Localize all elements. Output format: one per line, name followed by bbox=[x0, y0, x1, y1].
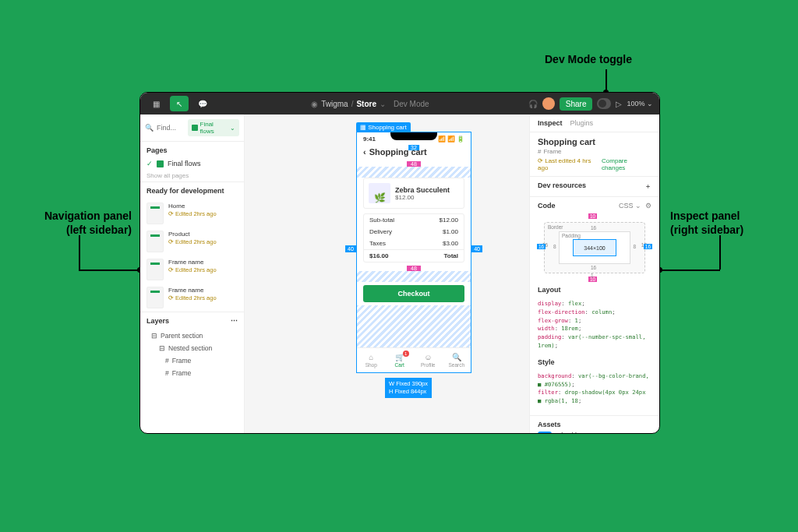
topbar: ▦ ↖ 💬 ◉ Twigma / Store ⌄ Dev Mode 🎧 Shar… bbox=[140, 93, 659, 115]
annotation-dev-mode: Dev Mode toggle bbox=[545, 53, 632, 67]
spacing-overlay bbox=[357, 167, 471, 178]
totals: Sub-total$12.00Delivery$1.00Taxes$3.00$1… bbox=[363, 213, 464, 262]
asset-item[interactable]: Checkbox ◇ Component instance bbox=[538, 428, 651, 433]
leader-line bbox=[606, 69, 607, 90]
more-icon[interactable]: ⋯ bbox=[231, 317, 238, 325]
measurement: 48 bbox=[407, 161, 421, 167]
tab-search[interactable]: 🔍Search bbox=[443, 348, 471, 372]
back-icon[interactable]: ‹ bbox=[363, 147, 366, 157]
zoom-level[interactable]: 100% ⌄ bbox=[627, 100, 653, 107]
leader-line bbox=[79, 270, 138, 271]
measurement: 32 bbox=[408, 145, 419, 150]
measurement: 40 bbox=[345, 245, 356, 252]
phone-notch bbox=[390, 132, 437, 140]
selection-info: Shopping cart #Frame ⟳ Last edited 4 hrs… bbox=[530, 132, 659, 177]
measurement: 40 bbox=[471, 245, 482, 252]
annotation-nav-panel: Navigation panel(left sidebar) bbox=[29, 210, 132, 237]
search-icon: 🔍 bbox=[145, 124, 154, 132]
spacing-overlay bbox=[357, 305, 471, 352]
frame-icon: # bbox=[538, 148, 541, 155]
tab-inspect[interactable]: Inspect bbox=[538, 119, 563, 127]
cart-item: Zebra Succulent $12.00 bbox=[363, 178, 464, 209]
ready-item[interactable]: Frame nameEdited 2hrs ago bbox=[140, 255, 244, 284]
spacing-overlay bbox=[357, 271, 471, 282]
show-all-pages[interactable]: Show all pages bbox=[140, 170, 244, 181]
page-item[interactable]: ✓ Final flows bbox=[140, 157, 244, 170]
find-input[interactable] bbox=[157, 124, 185, 132]
tab-plugins[interactable]: Plugins bbox=[570, 119, 594, 127]
check-icon: ✓ bbox=[147, 160, 153, 167]
flow-pill[interactable]: Final flows⌄ bbox=[188, 119, 239, 136]
compare-link[interactable]: Compare changes bbox=[602, 157, 651, 171]
selected-frame[interactable]: 9:41📶 📶 🔋 32 ‹ Shopping cart 48 Zebra Su… bbox=[356, 132, 471, 373]
ready-item[interactable]: Frame nameEdited 2hrs ago bbox=[140, 284, 244, 312]
page-icon bbox=[157, 160, 164, 167]
ready-header: Ready for development bbox=[140, 181, 244, 199]
tab-cart[interactable]: 🛒Cart bbox=[386, 348, 415, 372]
leader-line bbox=[661, 270, 720, 271]
measurement: 48 bbox=[407, 266, 421, 271]
dimensions-label: W Fixed 390px H Fixed 844px bbox=[385, 378, 432, 398]
canvas[interactable]: ▦ Shopping cart 9:41📶 📶 🔋 32 ‹ Shopping … bbox=[245, 115, 529, 433]
add-icon[interactable]: ＋ bbox=[644, 181, 651, 192]
dev-mode-toggle[interactable] bbox=[597, 98, 611, 109]
find-bar: 🔍 Final flows⌄ bbox=[140, 115, 244, 142]
move-tool-icon[interactable]: ↖ bbox=[170, 96, 189, 111]
style-code[interactable]: background: var(--bg-color-brand, ■ #076… bbox=[538, 368, 651, 410]
layer-row[interactable]: #Frame bbox=[140, 367, 244, 379]
ready-item[interactable]: ProductEdited 2hrs ago bbox=[140, 227, 244, 255]
box-model: 10 10 Border 16 16 16 16 Padding 16 16 8… bbox=[541, 216, 648, 280]
layout-code[interactable]: display: flex;flex-direction: column;fle… bbox=[538, 295, 651, 355]
headphones-icon[interactable]: 🎧 bbox=[528, 100, 538, 108]
layer-row[interactable]: #Frame bbox=[140, 354, 244, 367]
navigation-panel: 🔍 Final flows⌄ Pages ✓ Final flows Show … bbox=[140, 115, 245, 433]
tab-profile[interactable]: ☺Profile bbox=[414, 348, 443, 372]
inspect-tabs: Inspect Plugins bbox=[530, 115, 659, 132]
inspect-panel: Inspect Plugins Shopping cart #Frame ⟳ L… bbox=[529, 115, 659, 433]
layer-row[interactable]: ⊟Parent section bbox=[140, 329, 244, 342]
component-icon bbox=[538, 432, 552, 433]
layer-row[interactable]: ⊟Nested section bbox=[140, 342, 244, 354]
annotation-inspect-panel: Inspect panel(right sidebar) bbox=[670, 210, 787, 237]
code-section: CodeCSS ⌄ ⚙ 10 10 Border 16 16 16 16 Pad… bbox=[530, 197, 659, 416]
assets-section: Assets Checkbox ◇ Component instance bbox=[530, 416, 659, 433]
leader-line bbox=[79, 235, 80, 270]
pages-header: Pages bbox=[140, 142, 244, 157]
ready-list: HomeEdited 2hrs agoProductEdited 2hrs ag… bbox=[140, 199, 244, 312]
share-button[interactable]: Share bbox=[560, 97, 593, 111]
ready-item[interactable]: HomeEdited 2hrs ago bbox=[140, 199, 244, 227]
checkout-button[interactable]: Checkout bbox=[363, 285, 464, 302]
layers-panel: Layers⋯ ⊟Parent section⊟Nested section#F… bbox=[140, 312, 244, 379]
breadcrumb: ◉ Twigma / Store ⌄ Dev Mode bbox=[217, 100, 524, 108]
leader-line bbox=[719, 235, 721, 270]
app-window: ▦ ↖ 💬 ◉ Twigma / Store ⌄ Dev Mode 🎧 Shar… bbox=[139, 92, 660, 434]
avatar[interactable] bbox=[542, 97, 555, 110]
present-icon[interactable]: ▷ bbox=[616, 100, 622, 108]
tab-bar: ⌂Shop🛒Cart☺Profile🔍Search bbox=[357, 347, 471, 372]
menu-icon[interactable]: ▦ bbox=[147, 96, 165, 111]
tab-shop[interactable]: ⌂Shop bbox=[357, 348, 386, 372]
dev-resources: Dev resources ＋ bbox=[530, 177, 659, 197]
comment-icon[interactable]: 💬 bbox=[193, 96, 212, 111]
item-image bbox=[369, 183, 390, 203]
